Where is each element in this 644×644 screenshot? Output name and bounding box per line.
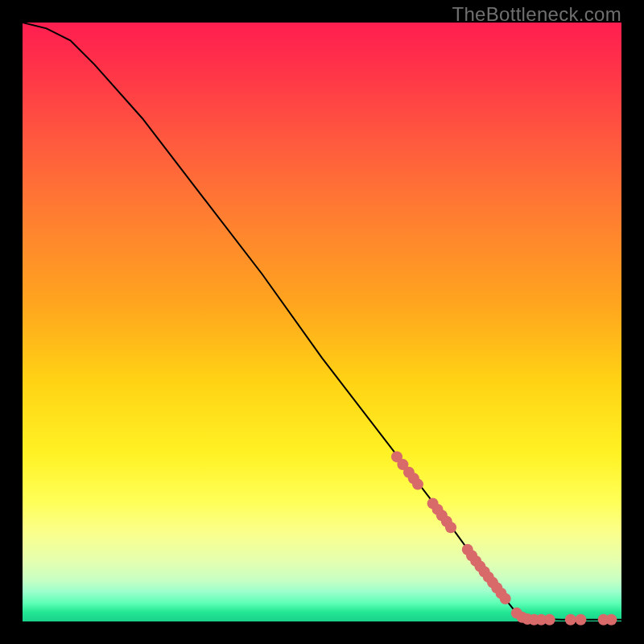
marker-group [391,451,617,625]
marker-dot [605,614,617,625]
marker-dot [565,614,576,625]
marker-dot [575,614,586,625]
bottleneck-curve [23,23,621,620]
marker-dot [445,522,456,533]
marker-dot [500,593,511,605]
watermark-text: TheBottleneck.com [452,3,621,26]
chart-frame: TheBottleneck.com [0,0,644,644]
plot-area [23,23,621,621]
marker-dot [412,479,423,490]
curve-layer [23,23,621,621]
marker-dot [544,614,555,625]
